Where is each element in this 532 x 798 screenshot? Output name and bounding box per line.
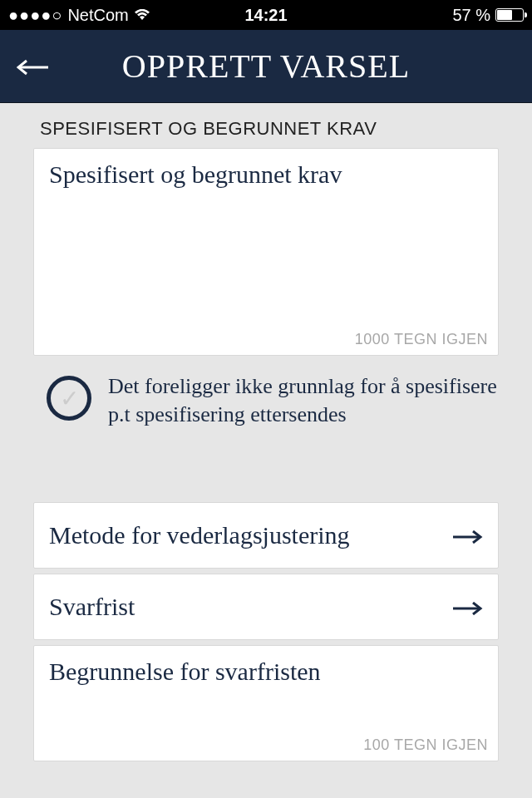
- claim-char-counter: 1000 TEGN IGJEN: [355, 331, 488, 348]
- method-row[interactable]: Metode for vederlagsjustering: [33, 502, 499, 569]
- signal-strength-icon: ●●●●○: [8, 6, 62, 25]
- deadline-row[interactable]: Svarfrist: [33, 574, 499, 640]
- checkbox-icon[interactable]: ✓: [47, 376, 91, 421]
- claim-textarea[interactable]: Spesifisert og begrunnet krav 1000 TEGN …: [33, 148, 499, 356]
- arrow-right-icon: [453, 593, 483, 621]
- checkmark-icon: ✓: [60, 385, 79, 412]
- page-title: OPPRETT VARSEL: [0, 47, 532, 86]
- deadline-label: Svarfrist: [49, 593, 135, 621]
- status-time: 14:21: [180, 6, 352, 25]
- status-left: ●●●●○ NetCom: [8, 6, 180, 25]
- arrow-right-icon: [453, 521, 483, 549]
- spacer: [0, 446, 532, 502]
- method-label: Metode for vederlagsjustering: [49, 521, 350, 549]
- battery-percent: 57 %: [452, 6, 490, 25]
- claim-placeholder: Spesifisert og begrunnet krav: [49, 160, 483, 189]
- reason-placeholder: Begrunnelse for svarfristen: [49, 658, 483, 686]
- no-basis-checkbox-row[interactable]: ✓ Det foreligger ikke grunnlag for å spe…: [0, 356, 532, 446]
- checkbox-label: Det foreligger ikke grunnlag for å spesi…: [108, 372, 499, 429]
- wifi-icon: [134, 6, 150, 25]
- carrier-name: NetCom: [67, 6, 128, 25]
- battery-icon: [495, 8, 524, 22]
- reason-char-counter: 100 TEGN IGJEN: [363, 736, 488, 754]
- status-bar: ●●●●○ NetCom 14:21 57 %: [0, 0, 532, 30]
- status-right: 57 %: [352, 6, 524, 25]
- navigation-bar: OPPRETT VARSEL: [0, 30, 532, 103]
- reason-textarea[interactable]: Begrunnelse for svarfristen 100 TEGN IGJ…: [33, 645, 499, 761]
- back-button[interactable]: [17, 53, 50, 80]
- content-area: SPESIFISERT OG BEGRUNNET KRAV Spesifiser…: [0, 103, 532, 761]
- section-label: SPESIFISERT OG BEGRUNNET KRAV: [0, 103, 532, 148]
